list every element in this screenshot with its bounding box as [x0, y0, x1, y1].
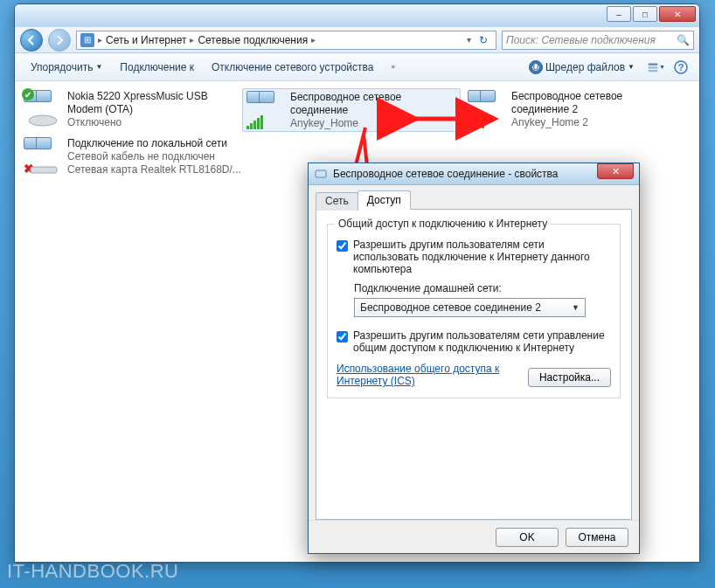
- breadcrumb[interactable]: ⊞ ▸ Сеть и Интернет ▸ Сетевые подключени…: [76, 31, 496, 50]
- ok-button[interactable]: OK: [496, 528, 559, 547]
- command-bar: Упорядочить ▼ Подключение к Отключение с…: [15, 53, 699, 81]
- search-icon: 🔍: [677, 34, 690, 46]
- explorer-titlebar: – □ ✕: [15, 4, 699, 27]
- shredder-label: Шредер файлов: [545, 61, 625, 73]
- shredder-button[interactable]: U Шредер файлов ▼: [522, 57, 642, 78]
- shredder-icon: U: [529, 60, 543, 74]
- refresh-icon[interactable]: ↻: [475, 34, 492, 46]
- dropdown-value: Беспроводное сетевое соединение 2: [360, 301, 541, 314]
- dialog-body: Сеть Доступ Общий доступ к подключению к…: [309, 185, 639, 520]
- chevron-right-icon: ▸: [98, 35, 102, 45]
- search-placeholder: Поиск: Сетевые подключения: [506, 34, 656, 46]
- wifi-icon: [468, 90, 506, 128]
- network-icon: ⊞: [80, 33, 94, 47]
- dialog-titlebar: Беспроводное сетевое соединение - свойст…: [309, 163, 639, 185]
- connection-title: Nokia 5220 XpressMusic USB Modem (OTA): [67, 90, 235, 116]
- svg-rect-2: [649, 70, 658, 72]
- breadcrumb-item[interactable]: Сеть и Интернет: [106, 34, 186, 46]
- watermark: IT-HANDBOOK.RU: [7, 560, 178, 583]
- ics-groupbox: Общий доступ к подключению к Интернету Р…: [327, 224, 621, 398]
- svg-text:?: ?: [678, 62, 684, 73]
- tab-panel-sharing: Общий доступ к подключению к Интернету Р…: [316, 209, 632, 520]
- allow-sharing-label: Разрешить другим пользователям сети испо…: [353, 239, 611, 275]
- properties-dialog: Беспроводное сетевое соединение - свойст…: [308, 163, 640, 554]
- more-chevron[interactable]: »: [384, 59, 401, 74]
- chevron-right-icon: ▸: [190, 35, 194, 45]
- connection-item-nokia-modem[interactable]: ✔ Nokia 5220 XpressMusic USB Modem (OTA)…: [20, 88, 239, 132]
- svg-rect-1: [649, 66, 658, 68]
- organize-menu[interactable]: Упорядочить ▼: [24, 58, 109, 77]
- svg-point-5: [29, 115, 57, 126]
- minimize-button[interactable]: –: [607, 6, 631, 22]
- modem-icon: ✔: [24, 90, 62, 128]
- tab-network[interactable]: Сеть: [316, 192, 358, 211]
- settings-button[interactable]: Настройка...: [528, 368, 611, 387]
- tabstrip: Сеть Доступ: [316, 190, 632, 209]
- connection-network-name: Anykey_Home 2: [511, 116, 679, 129]
- groupbox-legend: Общий доступ к подключению к Интернету: [335, 218, 551, 230]
- address-bar: ⊞ ▸ Сеть и Интернет ▸ Сетевые подключени…: [15, 27, 699, 53]
- forward-button[interactable]: [48, 29, 71, 52]
- allow-control-checkbox[interactable]: [337, 331, 348, 342]
- connection-network-name: Anykey_Home: [290, 117, 456, 129]
- disable-adapter-button[interactable]: Отключение сетевого устройства: [205, 58, 380, 77]
- connect-to-label: Подключение к: [120, 61, 194, 73]
- adapter-icon: [314, 167, 328, 181]
- connection-title: Беспроводное сетевое соединение 2: [511, 90, 679, 116]
- chevron-down-icon: ▼: [572, 303, 580, 312]
- back-button[interactable]: [20, 29, 43, 52]
- chevron-down-icon[interactable]: ▾: [467, 35, 471, 45]
- connection-status: Сетевой кабель не подключен: [67, 150, 241, 163]
- search-input[interactable]: Поиск: Сетевые подключения 🔍: [502, 31, 694, 50]
- connection-status: Отключено: [67, 116, 235, 129]
- view-button[interactable]: ▼: [647, 58, 666, 77]
- tab-sharing[interactable]: Доступ: [358, 190, 411, 210]
- dialog-footer: OK Отмена: [309, 520, 639, 553]
- allow-control-label: Разрешить другим пользователям сети упра…: [353, 329, 611, 354]
- connection-item-wifi-2[interactable]: Беспроводное сетевое соединение 2 Anykey…: [464, 88, 683, 132]
- chevron-right-icon: ▸: [311, 35, 316, 45]
- connection-title: Подключение по локальной сети: [67, 137, 241, 150]
- connection-item-lan[interactable]: ✖ Подключение по локальной сети Сетевой …: [20, 135, 247, 179]
- dialog-close-button[interactable]: ✕: [597, 163, 634, 179]
- chevron-down-icon: ▼: [95, 63, 102, 71]
- svg-rect-6: [31, 167, 57, 173]
- connection-device: Сетевая карта Realtek RTL8168D/...: [67, 163, 241, 176]
- svg-rect-10: [316, 170, 326, 177]
- close-button[interactable]: ✕: [659, 6, 696, 22]
- chevron-down-icon: ▼: [659, 64, 665, 70]
- chevron-down-icon: ▼: [628, 63, 635, 71]
- cancel-button[interactable]: Отмена: [566, 528, 628, 547]
- home-network-label: Подключение домашней сети:: [354, 282, 611, 294]
- organize-label: Упорядочить: [31, 61, 93, 73]
- maximize-button[interactable]: □: [633, 6, 657, 22]
- connection-title: Беспроводное сетевое соединение: [290, 91, 456, 117]
- dialog-title: Беспроводное сетевое соединение - свойст…: [333, 168, 592, 180]
- svg-rect-0: [649, 63, 658, 65]
- disable-adapter-label: Отключение сетевого устройства: [212, 61, 373, 73]
- lan-unplugged-icon: ✖: [24, 137, 62, 176]
- breadcrumb-item[interactable]: Сетевые подключения: [198, 34, 308, 46]
- help-button[interactable]: ?: [671, 58, 691, 77]
- wifi-icon: [246, 91, 285, 129]
- ics-help-link[interactable]: Использование общего доступа к Интернету…: [337, 363, 511, 387]
- connection-item-wifi-1[interactable]: Беспроводное сетевое соединение Anykey_H…: [242, 88, 461, 132]
- home-network-dropdown[interactable]: Беспроводное сетевое соединение 2 ▼: [354, 298, 586, 317]
- connect-to-button[interactable]: Подключение к: [113, 58, 201, 77]
- allow-sharing-checkbox[interactable]: [337, 240, 348, 252]
